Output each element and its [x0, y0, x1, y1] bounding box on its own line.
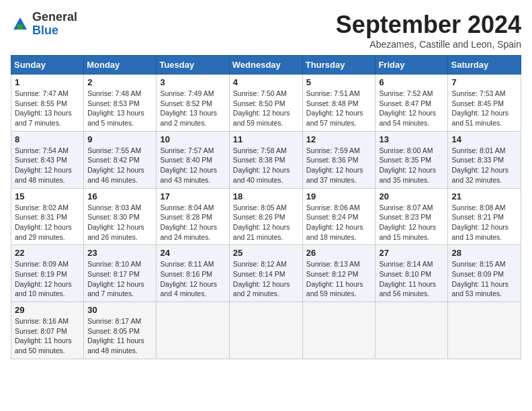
day-number: 11	[233, 134, 299, 144]
day-number: 3	[160, 77, 225, 87]
calendar-cell: 11Sunrise: 7:58 AM Sunset: 8:38 PM Dayli…	[229, 131, 302, 188]
day-number: 22	[15, 248, 80, 258]
day-info: Sunrise: 8:06 AM Sunset: 8:24 PM Dayligh…	[306, 203, 372, 242]
weekday-header-monday: Monday	[84, 56, 157, 75]
day-info: Sunrise: 7:53 AM Sunset: 8:45 PM Dayligh…	[451, 89, 517, 128]
calendar-cell: 7Sunrise: 7:53 AM Sunset: 8:45 PM Daylig…	[448, 75, 521, 132]
day-number: 25	[233, 248, 299, 258]
calendar-cell: 4Sunrise: 7:50 AM Sunset: 8:50 PM Daylig…	[229, 75, 302, 132]
title-block: September 2024 Abezames, Castille and Le…	[336, 11, 521, 50]
day-info: Sunrise: 8:10 AM Sunset: 8:17 PM Dayligh…	[87, 259, 152, 299]
day-number: 7	[451, 77, 517, 87]
day-info: Sunrise: 8:08 AM Sunset: 8:21 PM Dayligh…	[451, 203, 517, 242]
day-number: 30	[87, 305, 152, 315]
weekday-header-tuesday: Tuesday	[157, 56, 229, 75]
day-info: Sunrise: 7:47 AM Sunset: 8:55 PM Dayligh…	[15, 89, 80, 128]
day-info: Sunrise: 7:55 AM Sunset: 8:42 PM Dayligh…	[87, 146, 152, 185]
weekday-header-sunday: Sunday	[11, 56, 84, 75]
day-number: 13	[379, 134, 444, 144]
day-info: Sunrise: 8:00 AM Sunset: 8:35 PM Dayligh…	[379, 146, 444, 185]
calendar-week-row: 29Sunrise: 8:16 AM Sunset: 8:07 PM Dayli…	[11, 302, 521, 359]
calendar-cell: 18Sunrise: 8:05 AM Sunset: 8:26 PM Dayli…	[229, 188, 302, 245]
day-number: 8	[15, 134, 80, 144]
calendar-cell	[375, 302, 448, 359]
day-info: Sunrise: 8:17 AM Sunset: 8:05 PM Dayligh…	[87, 316, 152, 356]
day-info: Sunrise: 8:07 AM Sunset: 8:23 PM Dayligh…	[379, 203, 444, 242]
calendar-cell	[157, 302, 229, 359]
calendar-cell: 23Sunrise: 8:10 AM Sunset: 8:17 PM Dayli…	[84, 245, 157, 302]
day-number: 16	[87, 191, 152, 201]
page-header: General Blue September 2024 Abezames, Ca…	[11, 11, 521, 50]
day-number: 20	[379, 191, 444, 201]
day-number: 19	[306, 191, 372, 201]
day-info: Sunrise: 7:51 AM Sunset: 8:48 PM Dayligh…	[306, 89, 372, 128]
calendar-cell: 16Sunrise: 8:03 AM Sunset: 8:30 PM Dayli…	[84, 188, 157, 245]
calendar-cell	[448, 302, 521, 359]
day-info: Sunrise: 8:11 AM Sunset: 8:16 PM Dayligh…	[160, 259, 225, 299]
day-info: Sunrise: 8:03 AM Sunset: 8:30 PM Dayligh…	[87, 203, 152, 242]
calendar-cell: 8Sunrise: 7:54 AM Sunset: 8:43 PM Daylig…	[11, 131, 84, 188]
calendar-cell: 3Sunrise: 7:49 AM Sunset: 8:52 PM Daylig…	[157, 75, 229, 132]
calendar-cell: 29Sunrise: 8:16 AM Sunset: 8:07 PM Dayli…	[11, 302, 84, 359]
day-info: Sunrise: 8:02 AM Sunset: 8:31 PM Dayligh…	[15, 203, 80, 242]
day-info: Sunrise: 8:04 AM Sunset: 8:28 PM Dayligh…	[160, 203, 225, 242]
calendar-week-row: 15Sunrise: 8:02 AM Sunset: 8:31 PM Dayli…	[11, 188, 521, 245]
weekday-header-friday: Friday	[375, 56, 448, 75]
day-info: Sunrise: 8:15 AM Sunset: 8:09 PM Dayligh…	[451, 259, 517, 299]
day-info: Sunrise: 8:13 AM Sunset: 8:12 PM Dayligh…	[306, 259, 372, 299]
day-info: Sunrise: 7:48 AM Sunset: 8:53 PM Dayligh…	[87, 89, 152, 128]
svg-rect-1	[17, 24, 23, 30]
weekday-header-saturday: Saturday	[448, 56, 521, 75]
day-number: 18	[233, 191, 299, 201]
calendar-cell: 26Sunrise: 8:13 AM Sunset: 8:12 PM Dayli…	[302, 245, 375, 302]
calendar-cell: 27Sunrise: 8:14 AM Sunset: 8:10 PM Dayli…	[375, 245, 448, 302]
calendar-cell: 1Sunrise: 7:47 AM Sunset: 8:55 PM Daylig…	[11, 75, 84, 132]
calendar-table: SundayMondayTuesdayWednesdayThursdayFrid…	[11, 55, 521, 359]
day-number: 12	[306, 134, 372, 144]
day-info: Sunrise: 7:57 AM Sunset: 8:40 PM Dayligh…	[160, 146, 225, 185]
calendar-cell: 24Sunrise: 8:11 AM Sunset: 8:16 PM Dayli…	[157, 245, 229, 302]
calendar-cell: 13Sunrise: 8:00 AM Sunset: 8:35 PM Dayli…	[375, 131, 448, 188]
day-number: 21	[451, 191, 517, 201]
calendar-cell: 9Sunrise: 7:55 AM Sunset: 8:42 PM Daylig…	[84, 131, 157, 188]
month-title: September 2024	[336, 11, 521, 39]
day-number: 24	[160, 248, 225, 258]
day-number: 1	[15, 77, 80, 87]
day-number: 15	[15, 191, 80, 201]
logo-icon	[11, 15, 30, 34]
calendar-cell: 19Sunrise: 8:06 AM Sunset: 8:24 PM Dayli…	[302, 188, 375, 245]
calendar-week-row: 1Sunrise: 7:47 AM Sunset: 8:55 PM Daylig…	[11, 75, 521, 132]
calendar-cell: 30Sunrise: 8:17 AM Sunset: 8:05 PM Dayli…	[84, 302, 157, 359]
day-info: Sunrise: 8:01 AM Sunset: 8:33 PM Dayligh…	[451, 146, 517, 185]
day-info: Sunrise: 8:16 AM Sunset: 8:07 PM Dayligh…	[15, 316, 80, 356]
calendar-cell: 17Sunrise: 8:04 AM Sunset: 8:28 PM Dayli…	[157, 188, 229, 245]
calendar-week-row: 22Sunrise: 8:09 AM Sunset: 8:19 PM Dayli…	[11, 245, 521, 302]
day-number: 26	[306, 248, 372, 258]
day-number: 17	[160, 191, 225, 201]
day-info: Sunrise: 8:14 AM Sunset: 8:10 PM Dayligh…	[379, 259, 444, 299]
calendar-cell: 5Sunrise: 7:51 AM Sunset: 8:48 PM Daylig…	[302, 75, 375, 132]
weekday-header-wednesday: Wednesday	[229, 56, 302, 75]
day-info: Sunrise: 7:58 AM Sunset: 8:38 PM Dayligh…	[233, 146, 299, 185]
logo-general: General	[32, 10, 77, 24]
calendar-cell: 15Sunrise: 8:02 AM Sunset: 8:31 PM Dayli…	[11, 188, 84, 245]
calendar-cell: 20Sunrise: 8:07 AM Sunset: 8:23 PM Dayli…	[375, 188, 448, 245]
day-number: 23	[87, 248, 152, 258]
day-number: 4	[233, 77, 299, 87]
day-info: Sunrise: 7:52 AM Sunset: 8:47 PM Dayligh…	[379, 89, 444, 128]
calendar-cell: 12Sunrise: 7:59 AM Sunset: 8:36 PM Dayli…	[302, 131, 375, 188]
day-number: 2	[87, 77, 152, 87]
calendar-cell: 22Sunrise: 8:09 AM Sunset: 8:19 PM Dayli…	[11, 245, 84, 302]
day-number: 5	[306, 77, 372, 87]
calendar-cell: 28Sunrise: 8:15 AM Sunset: 8:09 PM Dayli…	[448, 245, 521, 302]
day-number: 6	[379, 77, 444, 87]
day-number: 10	[160, 134, 225, 144]
calendar-cell: 21Sunrise: 8:08 AM Sunset: 8:21 PM Dayli…	[448, 188, 521, 245]
day-number: 14	[451, 134, 517, 144]
day-info: Sunrise: 7:49 AM Sunset: 8:52 PM Dayligh…	[160, 89, 225, 128]
calendar-cell	[302, 302, 375, 359]
calendar-cell: 10Sunrise: 7:57 AM Sunset: 8:40 PM Dayli…	[157, 131, 229, 188]
day-number: 28	[451, 248, 517, 258]
day-info: Sunrise: 7:54 AM Sunset: 8:43 PM Dayligh…	[15, 146, 80, 185]
day-info: Sunrise: 7:50 AM Sunset: 8:50 PM Dayligh…	[233, 89, 299, 128]
